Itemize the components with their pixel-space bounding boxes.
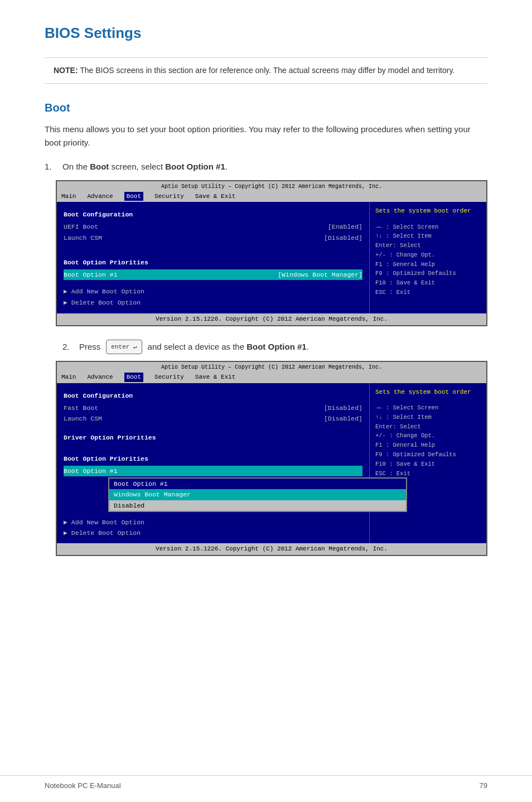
bios-menu-bar-2: Main Advance Boot Security Save & Exit [61,373,482,382]
bios-key-defaults-2: F9 : Optimized Defaults [375,450,481,460]
bios-popup-title: Boot Option #1 [109,479,406,489]
bios-key-enter-2: Enter: Select [375,422,481,432]
bios-popup-item-1: Disabled [109,500,406,511]
bios-value-bootoption1-1: [Windows Boot Manager] [278,270,362,279]
bios-copyright-2: Aptio Setup Utility – Copyright (C) 2012… [61,363,482,371]
bios-menu-saveexit-2: Save & Exit [195,373,236,382]
bios-key-help-1: F1 : General Help [375,260,481,269]
bios-topbar-1: Aptio Setup Utility – Copyright (C) 2012… [57,181,486,202]
bios-section-bootopts-2: Boot Option Priorities [64,454,362,463]
bios-menu-security-1: Security [154,192,184,201]
bios-label-bootoption1-2: Boot Option #1 [64,466,118,476]
bios-link-addnew-2: Add New Boot Option [64,518,362,527]
bios-label-bootoption1-1: Boot Option #1 [64,270,118,279]
step-2: 2. Press enter ↵ and select a device as … [45,340,487,556]
bios-menu-main-2: Main [61,373,76,382]
bios-left-1: Boot Configuration UEFI Boot [Enabled] L… [57,202,369,313]
bios-section-bootconfig-2: Boot Configuration [64,391,362,400]
step-1-heading: 1. On the Boot screen, select Boot Optio… [45,161,487,173]
bios-key-save-2: F10 : Save & Exit [375,460,481,469]
section-description: This menu allows you to set your boot op… [45,123,487,149]
bios-menu-main-1: Main [61,192,76,201]
bios-key-selectitem-1: ↑↓ : Select Item [375,231,481,241]
step-1-bold2: Boot Option #1 [165,162,225,171]
note-box: NOTE: The BIOS screens in this section a… [45,57,487,84]
bios-body-2: Boot Configuration Fast Boot [Disabled] … [57,383,486,544]
bios-screen-2-wrapper: Aptio Setup Utility – Copyright (C) 2012… [56,361,487,556]
step-2-bold: Boot Option #1 [246,342,307,351]
page-footer: Notebook PC E-Manual 79 [0,775,532,791]
bios-key-save-1: F10 : Save & Exit [375,278,481,288]
bios-key-changeopt-2: +/- : Change Opt. [375,431,481,441]
bios-menu-boot-2: Boot [124,373,143,382]
bios-row-fastboot: Fast Boot [Disabled] [64,403,362,413]
bios-desc-1: Sets the system boot order [375,206,481,216]
note-label: NOTE: [54,66,78,75]
footer-right: 79 [480,780,487,791]
bios-topbar-2: Aptio Setup Utility – Copyright (C) 2012… [57,362,486,383]
bios-screen-2: Aptio Setup Utility – Copyright (C) 2012… [56,361,487,556]
bios-link-addnew-1: Add New Boot Option [64,287,362,296]
step-1-number: 1. [45,161,56,173]
bios-menu-boot-1: Boot [124,192,143,201]
bios-value-launchcsm-1: [Disabled] [324,233,362,243]
bios-value-uefiboot: [Enabled] [328,222,362,231]
bios-section-driveropts: Driver Option Priorities [64,433,362,442]
bios-key-selectscreen-1: →← : Select Screen [375,223,481,232]
bios-footer-2: Version 2.15.1226. Copyright (C) 2012 Am… [57,543,486,555]
step-2-number: 2. [62,341,74,354]
bios-row-launchcsm-1: Launch CSM [Disabled] [64,233,362,243]
bios-popup-container: Boot Option #1 Windows Boot Manager Disa… [108,477,407,512]
footer-left: Notebook PC E-Manual [45,780,121,791]
bios-desc-2: Sets the system boot order [375,388,481,397]
bios-link-delete-1: Delete Boot Option [64,298,362,307]
bios-screen-1: Aptio Setup Utility – Copyright (C) 2012… [56,180,487,326]
step-2-text-press: Press [79,341,100,354]
bios-label-launchcsm-1: Launch CSM [64,233,102,243]
step-1-text: On the Boot screen, select Boot Option #… [62,161,228,173]
bios-row-bootoption1-1: Boot Option #1 [Windows Boot Manager] [64,269,362,280]
bios-menu-security-2: Security [154,373,184,382]
bios-copyright-1: Aptio Setup Utility – Copyright (C) 2012… [61,182,482,191]
bios-menu-saveexit-1: Save & Exit [195,192,236,201]
bios-right-1: Sets the system boot order →← : Select S… [369,202,486,313]
page-title: BIOS Settings [45,22,487,44]
bios-value-fastboot: [Disabled] [324,403,362,413]
bios-label-uefiboot: UEFI Boot [64,222,98,231]
bios-left-2: Boot Configuration Fast Boot [Disabled] … [57,383,369,544]
bios-popup-item-0: Windows Boot Manager [109,489,406,500]
bios-link-delete-2: Delete Boot Option [64,528,362,538]
step-2-text-after: and select a device as the Boot Option #… [148,341,309,354]
bios-key-changeopt-1: +/- : Change Opt. [375,250,481,260]
bios-key-esc-2: ESC : Exit [375,469,481,479]
bios-row-launchcsm-2: Launch CSM [Disabled] [64,413,362,424]
step-2-heading: 2. Press enter ↵ and select a device as … [62,340,487,355]
bios-right-2: Sets the system boot order →← : Select S… [369,383,486,544]
bios-row-uefiboot: UEFI Boot [Enabled] [64,221,362,232]
section-title: Boot [45,99,487,116]
bios-value-launchcsm-2: [Disabled] [324,414,362,423]
bios-key-selectscreen-2: →← : Select Screen [375,403,481,413]
note-text: The BIOS screens in this section are for… [80,66,454,75]
bios-key-help-2: F1 : General Help [375,441,481,450]
step-1-bold1: Boot [90,162,109,171]
bios-label-fastboot: Fast Boot [64,403,98,413]
bios-menu-advance-1: Advance [87,192,113,201]
bios-menu-bar-1: Main Advance Boot Security Save & Exit [61,192,482,201]
bios-label-launchcsm-2: Launch CSM [64,414,102,423]
enter-key-button: enter ↵ [106,340,142,355]
bios-body-1: Boot Configuration UEFI Boot [Enabled] L… [57,202,486,313]
bios-row-bootoption1-2: Boot Option #1 [64,466,362,476]
bios-keys-1: →← : Select Screen ↑↓ : Select Item Ente… [375,223,481,297]
bios-keys-2: →← : Select Screen ↑↓ : Select Item Ente… [375,403,481,478]
bios-key-defaults-1: F9 : Optimized Defaults [375,269,481,278]
bios-key-esc-1: ESC : Exit [375,288,481,297]
bios-key-selectitem-2: ↑↓ : Select Item [375,413,481,422]
bios-menu-advance-2: Advance [87,373,113,382]
bios-footer-1: Version 2.15.1226. Copyright (C) 2012 Am… [57,313,486,325]
bios-section-bootconfig-1: Boot Configuration [64,210,362,219]
bios-section-bootopts-1: Boot Option Priorities [64,258,362,267]
step-1: 1. On the Boot screen, select Boot Optio… [45,161,487,326]
bios-popup: Boot Option #1 Windows Boot Manager Disa… [108,477,407,512]
bios-key-enter-1: Enter: Select [375,241,481,250]
